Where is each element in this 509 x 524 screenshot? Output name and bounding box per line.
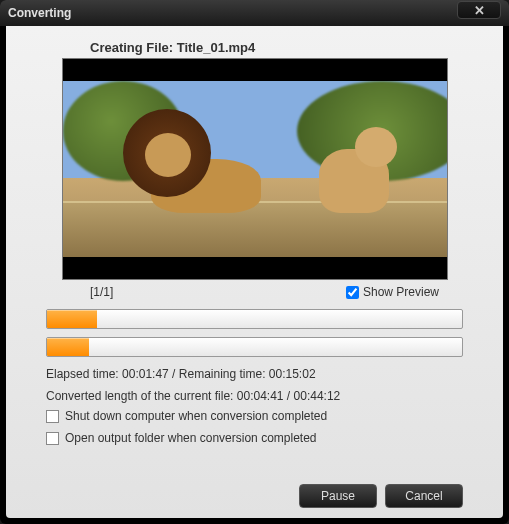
cancel-button[interactable]: Cancel	[385, 484, 463, 508]
open-folder-label: Open output folder when conversion compl…	[65, 431, 317, 445]
elapsed-value: 00:01:47	[122, 367, 169, 381]
shutdown-label: Shut down computer when conversion compl…	[65, 409, 327, 423]
shutdown-option[interactable]: Shut down computer when conversion compl…	[46, 409, 463, 423]
file-counter: [1/1]	[90, 285, 113, 299]
overall-progress-bar	[46, 309, 463, 329]
file-sep: /	[287, 389, 290, 403]
show-preview-label: Show Preview	[363, 285, 439, 299]
dialog-body: Creating File: Title_01.mp4 [1/1] Show P…	[6, 26, 503, 518]
time-sep: /	[172, 367, 175, 381]
window-title: Converting	[8, 6, 71, 20]
file-total-value: 00:44:12	[294, 389, 341, 403]
preview-frame	[63, 81, 447, 257]
show-preview-option[interactable]: Show Preview	[346, 285, 439, 299]
converting-dialog: Converting ✕ Creating File: Title_01.mp4…	[0, 0, 509, 524]
file-progress-bar	[46, 337, 463, 357]
button-row: Pause Cancel	[30, 478, 479, 508]
preview-area	[63, 59, 447, 279]
file-length-line: Converted length of the current file: 00…	[46, 389, 463, 403]
pause-button[interactable]: Pause	[299, 484, 377, 508]
shutdown-checkbox[interactable]	[46, 410, 59, 423]
file-length-label: Converted length of the current file:	[46, 389, 233, 403]
titlebar: Converting ✕	[0, 0, 509, 26]
close-icon: ✕	[474, 3, 485, 18]
creating-file-label: Creating File: Title_01.mp4	[90, 40, 479, 55]
time-info-line: Elapsed time: 00:01:47 / Remaining time:…	[46, 367, 463, 381]
overall-progress-fill	[47, 310, 97, 328]
open-folder-option[interactable]: Open output folder when conversion compl…	[46, 431, 463, 445]
close-button[interactable]: ✕	[457, 1, 501, 19]
creating-prefix: Creating File:	[90, 40, 173, 55]
elapsed-label: Elapsed time:	[46, 367, 119, 381]
show-preview-checkbox[interactable]	[346, 286, 359, 299]
preview-footer-row: [1/1] Show Preview	[90, 285, 439, 299]
remaining-value: 00:15:02	[269, 367, 316, 381]
open-folder-checkbox[interactable]	[46, 432, 59, 445]
remaining-label: Remaining time:	[179, 367, 266, 381]
creating-filename: Title_01.mp4	[177, 40, 256, 55]
file-progress-fill	[47, 338, 89, 356]
file-converted-value: 00:04:41	[237, 389, 284, 403]
